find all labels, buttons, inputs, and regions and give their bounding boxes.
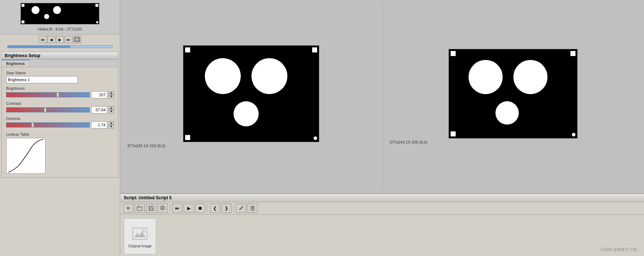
nav-first-btn[interactable]: ⏮ [39, 36, 47, 43]
gamma-spin-up[interactable]: ▲ [109, 121, 114, 125]
svg-point-12 [142, 229, 145, 232]
gamma-row: Gamma ▲ ▼ [6, 116, 114, 129]
progress-bar-container [0, 45, 120, 50]
image-status-right: 377x243 1X 255 (0,0) [390, 140, 428, 144]
corner-bl-left [185, 135, 190, 140]
gamma-slider[interactable] [6, 122, 90, 127]
contrast-spin: ▲ ▼ [109, 106, 114, 113]
circle2-left [252, 58, 287, 94]
tool-step-to-start-btn[interactable]: ⏭ [172, 204, 182, 213]
corner-br-left [314, 136, 317, 140]
brightness-spin-up[interactable]: ▲ [109, 91, 114, 95]
svg-rect-2 [78, 38, 79, 39]
brightness-spin: ▲ ▼ [109, 91, 114, 98]
svg-rect-6 [137, 207, 142, 210]
tool-edit-btn[interactable] [236, 204, 246, 213]
lookup-section: Lookup Table [6, 132, 114, 174]
svg-rect-4 [78, 40, 79, 41]
script-item-label: Original Image [128, 244, 151, 248]
gamma-spin-down[interactable]: ▼ [109, 125, 114, 129]
corner-tr-left [312, 47, 317, 52]
contrast-thumb[interactable] [44, 107, 47, 112]
script-item-icon [131, 225, 149, 243]
tool-open-btn[interactable] [135, 204, 145, 213]
image-panel-left: 377x243 1X 253 (0,0) [120, 0, 382, 193]
file-info: Holes.tif - 8-bit - 377x243 [3, 27, 117, 31]
brightness-thumb[interactable] [56, 92, 59, 97]
image-canvas-left [183, 45, 319, 142]
corner-br-right [572, 133, 575, 136]
svg-rect-9 [150, 208, 152, 210]
contrast-spin-down[interactable]: ▼ [109, 110, 114, 113]
brightness-value-input[interactable] [91, 91, 107, 98]
step-name-input[interactable] [6, 76, 78, 83]
brightness-slider[interactable] [6, 92, 90, 97]
svg-rect-3 [75, 40, 76, 41]
tool-back-btn[interactable]: ❮ [210, 204, 220, 213]
corner-tl-left [185, 47, 190, 52]
tool-delete-btn[interactable] [248, 204, 258, 213]
contrast-spin-up[interactable]: ▲ [109, 106, 114, 110]
corner-bl-right [451, 131, 456, 136]
tool-asterisk-btn[interactable]: ✳ [123, 204, 133, 213]
toolbar-sep2 [207, 204, 208, 212]
progress-bar[interactable] [7, 45, 113, 48]
lookup-canvas [6, 138, 46, 174]
nav-next-btn[interactable]: ▶ [56, 36, 64, 43]
corner-tr-right [570, 51, 575, 56]
gamma-thumb[interactable] [31, 122, 34, 127]
brightness-row: Brightness ▲ ▼ [6, 86, 114, 98]
svg-rect-0 [75, 37, 80, 42]
film-icon [73, 36, 81, 43]
corner-tl-right [451, 51, 456, 56]
contrast-value-input[interactable] [91, 106, 107, 113]
thumbnail-area: Holes.tif - 8-bit - 377x243 [0, 0, 120, 34]
brightness-controls: ▲ ▼ [6, 91, 114, 98]
script-toolbar: ✳ ⓪ ⏭ ▶ ⏹ ❮ ❯ [120, 202, 644, 215]
tool-play-btn[interactable]: ▶ [184, 204, 194, 213]
contrast-row: Contrast ▲ ▼ [6, 101, 114, 113]
tool-save-btn[interactable] [146, 204, 156, 213]
script-item-original[interactable]: Original Image [124, 218, 156, 254]
thumbnail-canvas [20, 3, 99, 24]
gamma-value-input[interactable] [91, 121, 107, 129]
contrast-label: Contrast [6, 101, 114, 106]
setup-header: Brightness Setup [2, 52, 118, 60]
image-canvas-right [448, 49, 578, 139]
contrast-controls: ▲ ▼ [6, 106, 114, 113]
image-canvas-wrapper-right [448, 49, 578, 139]
script-items: Original Image [120, 215, 160, 256]
progress-fill [8, 46, 70, 48]
gamma-spin: ▲ ▼ [109, 121, 114, 129]
right-area: 377x243 1X 253 (0,0) ⌐ [120, 0, 644, 256]
circle3-left [234, 101, 259, 126]
tool-circle-btn[interactable]: ⓪ [158, 204, 168, 213]
circle1-left [205, 58, 241, 94]
nav-last-btn[interactable]: ⏭ [65, 36, 72, 43]
setup-tabs: Brightness [2, 60, 118, 67]
gamma-label: Gamma [6, 116, 114, 121]
nav-prev-btn[interactable]: ◀ [47, 36, 55, 43]
circle2-right [513, 60, 547, 94]
tool-forward-btn[interactable]: ❯ [221, 204, 231, 213]
lookup-label: Lookup Table [6, 132, 114, 136]
image-status-left: 377x243 1X 253 (0,0) [127, 144, 165, 148]
bottom-panel: Script: Untitled Script 5 ✳ ⓪ ⏭ ▶ ⏹ ❮ ❯ [120, 193, 644, 256]
tab-brightness[interactable]: Brightness [2, 60, 29, 67]
script-header: Script: Untitled Script 5 [120, 194, 644, 202]
tool-stop-btn[interactable]: ⏹ [195, 204, 205, 213]
svg-rect-11 [133, 228, 147, 239]
image-panel-right: ⌐ 377x243 1X 255 (0,0) [382, 0, 644, 193]
brightness-spin-down[interactable]: ▼ [109, 95, 114, 98]
setup-content: Step Name Brightness ▲ ▼ [2, 67, 118, 177]
left-panel: Holes.tif - 8-bit - 377x243 ⏮ ◀ ▶ ⏭ [0, 0, 120, 256]
toolbar-sep3 [234, 204, 234, 212]
circle3-right [495, 101, 519, 125]
image-canvas-wrapper-left [183, 45, 319, 142]
image-panels: 377x243 1X 253 (0,0) ⌐ [120, 0, 644, 193]
brightness-setup: Brightness Setup Brightness Step Name Br… [1, 52, 118, 178]
toolbar-sep1 [170, 204, 170, 212]
contrast-slider[interactable] [6, 107, 90, 112]
brightness-label: Brightness [6, 86, 114, 90]
watermark: CSDN @周末不下雨 [601, 247, 637, 252]
